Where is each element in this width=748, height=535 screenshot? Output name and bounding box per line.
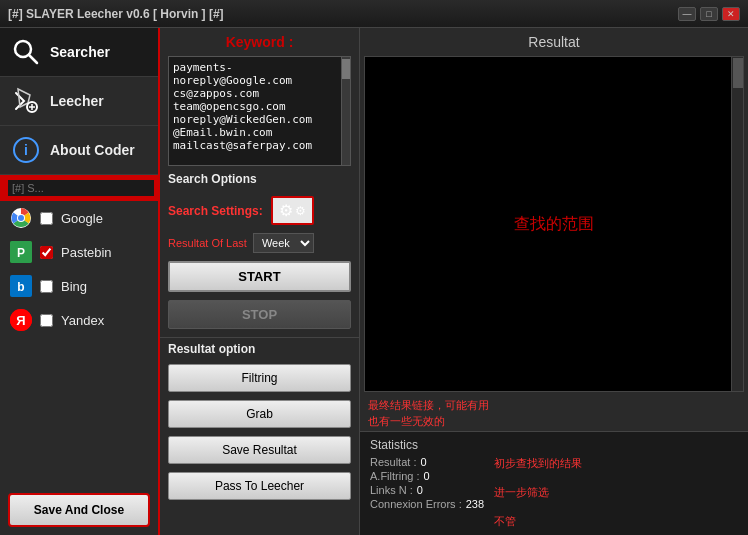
resultat-stat-value: 0 (420, 456, 426, 468)
keyword-list[interactable]: payments-noreply@Google.com cs@zappos.co… (168, 56, 351, 166)
gear-icon-1: ⚙ (279, 201, 293, 220)
statistics-section: Statistics Resultat : 0 A.Filtring : 0 (360, 431, 748, 535)
svg-text:P: P (17, 246, 25, 260)
svg-text:b: b (17, 280, 24, 294)
left-panel: Keyword : payments-noreply@Google.com cs… (160, 28, 360, 535)
google-checkbox[interactable] (40, 212, 53, 225)
sidebar-item-leecher-label: Leecher (50, 93, 104, 109)
settings-row: Search Settings: ⚙ ⚙ (160, 192, 359, 229)
pass-to-leecher-button[interactable]: Pass To Leecher (168, 472, 351, 500)
result-watermark: 查找的范围 (514, 214, 594, 235)
main-container: Searcher Leecher i About Co (0, 28, 748, 535)
links-stat-label: Links N : (370, 484, 413, 496)
grab-button[interactable]: Grab (168, 400, 351, 428)
keyword-header: Keyword : (160, 28, 359, 56)
links-stat-value: 0 (417, 484, 423, 496)
svg-line-1 (29, 55, 37, 63)
chrome-icon (10, 207, 32, 229)
connexion-note: 不管 (494, 514, 582, 529)
save-resultat-button[interactable]: Save Resultat (168, 436, 351, 464)
title-bar-text: [#] SLAYER Leecher v0.6 [ Horvin ] [#] (8, 7, 224, 21)
content-columns: Keyword : payments-noreply@Google.com cs… (160, 28, 748, 535)
sidebar-item-bing[interactable]: b Bing (0, 269, 158, 303)
save-and-close-button[interactable]: Save And Close (8, 493, 150, 527)
sidebar-item-about-label: About Coder (50, 142, 135, 158)
sidebar-item-pastebin[interactable]: P Pastebin (0, 235, 158, 269)
keyword-textarea[interactable]: payments-noreply@Google.com cs@zappos.co… (173, 61, 338, 161)
statistics-header: Statistics (370, 438, 738, 452)
close-button[interactable]: ✕ (722, 7, 740, 21)
content-area: Keyword : payments-noreply@Google.com cs… (160, 28, 748, 535)
period-select[interactable]: Week Day Month Year (253, 233, 314, 253)
start-button[interactable]: START (168, 261, 351, 292)
searcher-icon (10, 36, 42, 68)
title-bar-controls: — □ ✕ (678, 7, 740, 21)
sidebar-item-searcher-label: Searcher (50, 44, 110, 60)
annotation-line2: 也有一些无效的 (368, 415, 445, 427)
yandex-checkbox[interactable] (40, 314, 53, 327)
keyword-scrollbar-thumb (342, 59, 350, 79)
svg-point-9 (18, 215, 24, 221)
bing-icon: b (10, 275, 32, 297)
keyword-scrollbar[interactable] (341, 56, 351, 166)
maximize-button[interactable]: □ (700, 7, 718, 21)
connexion-stat-value: 238 (466, 498, 484, 510)
sidebar-item-about[interactable]: i About Coder (0, 126, 158, 175)
sidebar-item-google[interactable]: Google (0, 201, 158, 235)
annotation-line1: 最终结果链接，可能有用 (368, 399, 489, 411)
search-options-label: Search Options (160, 166, 359, 192)
sidebar: Searcher Leecher i About Co (0, 28, 160, 535)
result-header: Resultat (360, 28, 748, 56)
pastebin-label: Pastebin (61, 245, 112, 260)
resultat-option-label: Resultat option (160, 337, 359, 360)
gear-icon-2: ⚙ (295, 204, 306, 218)
stats-annotations: 初步查找到的结果 进一步筛选 不管 (494, 456, 582, 529)
about-icon: i (10, 134, 42, 166)
afiltring-stat-value: 0 (424, 470, 430, 482)
right-panel: Resultat 查找的范围 最终结果链接，可能有用 也有一些无效的 Stati… (360, 28, 748, 535)
svg-text:i: i (24, 142, 28, 158)
yandex-label: Yandex (61, 313, 104, 328)
leecher-icon (10, 85, 42, 117)
google-label: Google (61, 211, 103, 226)
stats-left: Resultat : 0 A.Filtring : 0 Links N : 0 (370, 456, 484, 510)
afiltring-stat-label: A.Filtring : (370, 470, 420, 482)
resultat-stat-label: Resultat : (370, 456, 416, 468)
connexion-stat-label: Connexion Errors : (370, 498, 462, 510)
settings-gear-button[interactable]: ⚙ ⚙ (271, 196, 314, 225)
sidebar-item-searcher[interactable]: Searcher (0, 28, 158, 77)
pastebin-icon: P (10, 241, 32, 263)
yandex-icon: Я (10, 309, 32, 331)
resultat-of-last-label: Resultat Of Last (168, 237, 247, 249)
sidebar-item-leecher[interactable]: Leecher (0, 77, 158, 126)
result-scrollbar[interactable] (731, 57, 743, 391)
resultat-of-last-row: Resultat Of Last Week Day Month Year (160, 229, 359, 257)
pastebin-checkbox[interactable] (40, 246, 53, 259)
sidebar-search-input[interactable] (8, 180, 154, 196)
minimize-button[interactable]: — (678, 7, 696, 21)
bing-label: Bing (61, 279, 87, 294)
svg-text:Я: Я (16, 313, 25, 328)
sidebar-item-yandex[interactable]: Я Yandex (0, 303, 158, 337)
settings-label: Search Settings: (168, 204, 263, 218)
result-display: 查找的范围 (364, 56, 744, 392)
result-scrollbar-thumb (733, 58, 743, 88)
bing-checkbox[interactable] (40, 280, 53, 293)
stop-button[interactable]: STOP (168, 300, 351, 329)
sidebar-search-bar (0, 175, 158, 201)
title-bar: [#] SLAYER Leecher v0.6 [ Horvin ] [#] —… (0, 0, 748, 28)
bottom-annotation: 最终结果链接，可能有用 也有一些无效的 (360, 396, 748, 431)
afiltring-note: 进一步筛选 (494, 485, 582, 500)
filtring-button[interactable]: Filtring (168, 364, 351, 392)
resultat-note: 初步查找到的结果 (494, 456, 582, 471)
